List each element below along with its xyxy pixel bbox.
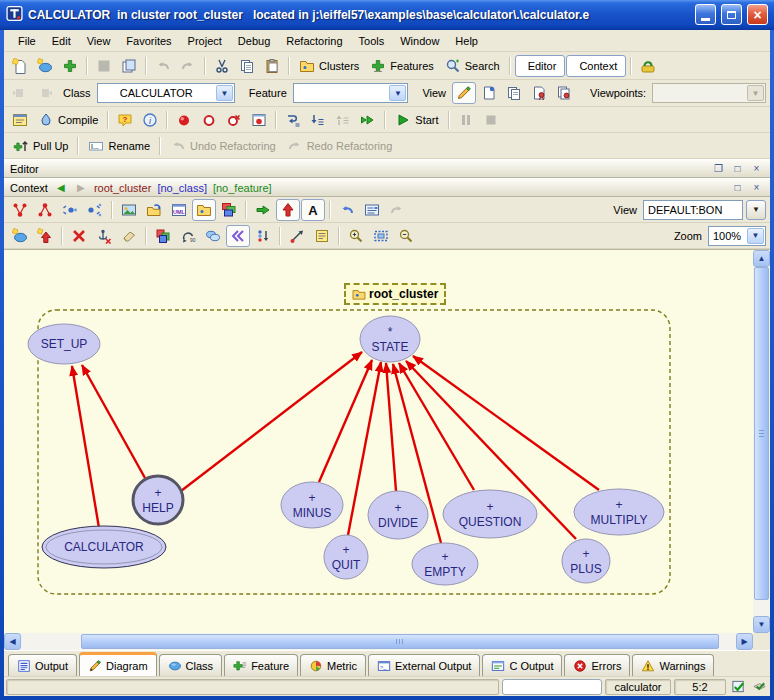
vertical-scrollbar[interactable]: ▲ ▼: [753, 249, 770, 633]
close-pane-icon[interactable]: ×: [749, 162, 764, 176]
flat-view-icon[interactable]: [502, 82, 526, 104]
colors-icon[interactable]: [151, 225, 175, 247]
restore-button[interactable]: [721, 4, 742, 25]
rename-button[interactable]: I...Rename: [83, 136, 155, 156]
remove-breakpoints-icon[interactable]: [222, 109, 246, 131]
status-input-box[interactable]: [502, 679, 602, 695]
stop-icon[interactable]: [479, 109, 503, 131]
redo-refactoring-button[interactable]: Redo Refactoring: [282, 136, 398, 156]
inheritance-link-help-to-state[interactable]: [181, 352, 362, 491]
inheritance-link-help-to-set_up[interactable]: [82, 365, 145, 478]
tab-class[interactable]: Class: [159, 654, 223, 676]
menu-debug[interactable]: Debug: [230, 32, 278, 50]
class-node-state[interactable]: *STATE: [360, 316, 420, 362]
menu-file[interactable]: File: [10, 32, 44, 50]
disable-breakpoints-icon[interactable]: [197, 109, 221, 131]
diagram-canvas[interactable]: SET_UP*STATE+HELPCALCULATOR+MINUS+QUIT+D…: [4, 249, 753, 633]
scroll-up-button[interactable]: ▲: [753, 250, 770, 267]
context-cluster-link[interactable]: root_cluster: [94, 182, 151, 194]
class-combobox[interactable]: CALCULATOR▼: [97, 83, 235, 103]
back-icon[interactable]: [8, 82, 32, 104]
undo-icon[interactable]: [151, 55, 175, 77]
supplier-links-icon[interactable]: [8, 199, 32, 221]
cluster-link-icon[interactable]: [142, 199, 166, 221]
tab-errors[interactable]: Errors: [564, 654, 630, 676]
cluster-view-toggle[interactable]: [192, 199, 216, 221]
rotate-icon[interactable]: 90: [176, 225, 200, 247]
step-over-icon[interactable]: [281, 109, 305, 131]
editor-view-icon[interactable]: [452, 82, 476, 104]
scroll-right-button[interactable]: ▶: [736, 633, 753, 650]
context-forward-icon[interactable]: ▶: [74, 182, 88, 193]
contract-view-icon[interactable]: [527, 82, 551, 104]
class-node-quit[interactable]: +QUIT: [324, 535, 368, 579]
windows-layout-icon[interactable]: [217, 199, 241, 221]
labels-toggle[interactable]: A: [301, 199, 325, 221]
show-labels-icon[interactable]: [83, 199, 107, 221]
export-png-icon[interactable]: [117, 199, 141, 221]
new-inheritance-tool-icon[interactable]: [33, 225, 57, 247]
new-class-icon[interactable]: [33, 55, 57, 77]
feature-combobox[interactable]: ▼: [293, 83, 409, 103]
editor-toggle-button[interactable]: Editor: [515, 55, 566, 77]
zoom-in-icon[interactable]: [344, 225, 368, 247]
features-button[interactable]: Features: [365, 56, 438, 76]
undock-pane-icon[interactable]: ❐: [711, 162, 726, 176]
minimize-button[interactable]: [695, 4, 716, 25]
redo-icon[interactable]: [176, 55, 200, 77]
layout-icon[interactable]: [201, 225, 225, 247]
flat-contract-view-icon[interactable]: [552, 82, 576, 104]
diagram-view-combobox[interactable]: DEFAULT:BON: [643, 200, 743, 220]
tab-feature[interactable]: Feature: [224, 654, 298, 676]
scroll-down-button[interactable]: ▼: [753, 616, 770, 633]
maximize-pane-icon[interactable]: □: [730, 162, 745, 176]
fit-to-window-icon[interactable]: [369, 225, 393, 247]
context-class-link[interactable]: [no_class]: [157, 182, 207, 194]
class-node-minus[interactable]: +MINUS: [281, 482, 343, 528]
zoom-combobox[interactable]: 100%▼: [708, 226, 766, 246]
class-node-multiply[interactable]: +MULTIPLY: [574, 489, 664, 535]
menu-help[interactable]: Help: [447, 32, 486, 50]
uml-view-icon[interactable]: UML: [167, 199, 191, 221]
class-node-plus[interactable]: +PLUS: [562, 539, 610, 583]
remove-anchor-icon[interactable]: [92, 225, 116, 247]
chevron-down-icon[interactable]: ▼: [216, 85, 233, 101]
delete-icon[interactable]: [67, 225, 91, 247]
inheritance-link-multiply-to-state[interactable]: [413, 356, 599, 490]
class-node-empty[interactable]: +EMPTY: [412, 543, 478, 585]
pull-up-button[interactable]: Pull Up: [8, 136, 73, 156]
tab-diagram[interactable]: Diagram: [79, 652, 157, 676]
stop-points-window-icon[interactable]: [247, 109, 271, 131]
menu-favorites[interactable]: Favorites: [118, 32, 179, 50]
menu-project[interactable]: Project: [180, 32, 230, 50]
run-to-cursor-icon[interactable]: [356, 109, 380, 131]
menu-tools[interactable]: Tools: [351, 32, 393, 50]
menu-view[interactable]: View: [79, 32, 119, 50]
inheritance-links-toggle[interactable]: [276, 199, 300, 221]
chevron-down-icon[interactable]: ▼: [389, 85, 406, 101]
force-settings-icon[interactable]: [310, 225, 334, 247]
step-into-icon[interactable]: [306, 109, 330, 131]
clusters-button[interactable]: Clusters: [294, 56, 364, 76]
start-button[interactable]: Start: [390, 110, 443, 130]
close-button[interactable]: ×: [747, 4, 768, 25]
vertical-scrollbar-thumb[interactable]: [754, 267, 769, 600]
search-button[interactable]: Search: [440, 56, 505, 76]
new-feature-icon[interactable]: [58, 55, 82, 77]
go-to-target-icon[interactable]: [251, 199, 275, 221]
menu-edit[interactable]: Edit: [44, 32, 79, 50]
sort-classes-icon[interactable]: [251, 225, 275, 247]
pause-icon[interactable]: [454, 109, 478, 131]
client-links-icon[interactable]: [33, 199, 57, 221]
forward-icon[interactable]: [33, 82, 57, 104]
save-icon[interactable]: [92, 55, 116, 77]
eraser-icon[interactable]: [117, 225, 141, 247]
context-toggle-button[interactable]: Context: [566, 55, 626, 77]
close-pane-icon[interactable]: ×: [749, 181, 764, 195]
horizontal-scrollbar-thumb[interactable]: [81, 634, 719, 649]
class-node-question[interactable]: +QUESTION: [443, 490, 537, 538]
tab-metric[interactable]: Metric: [300, 654, 366, 676]
enable-breakpoints-icon[interactable]: [172, 109, 196, 131]
menu-window[interactable]: Window: [392, 32, 447, 50]
class-view-icon[interactable]: [477, 82, 501, 104]
